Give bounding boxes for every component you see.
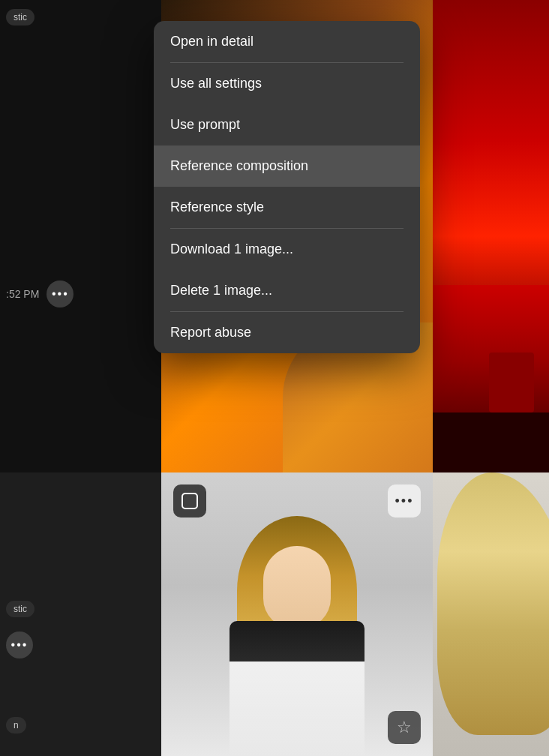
blonde-partial xyxy=(433,472,549,756)
menu-item-reference-composition[interactable]: Reference composition xyxy=(154,146,420,187)
image-overlay: ••• ☆ xyxy=(161,472,433,756)
timestamp-row: :52 PM ••• xyxy=(6,280,74,308)
red-room-bg xyxy=(433,285,549,472)
menu-item-report-abuse[interactable]: Report abuse xyxy=(154,312,420,353)
red-room-floor xyxy=(433,412,549,472)
menu-item-download-image[interactable]: Download 1 image... xyxy=(154,229,420,270)
cell-top-right xyxy=(433,0,549,472)
menu-item-use-all-settings[interactable]: Use all settings xyxy=(154,63,420,104)
top-left-dots-button[interactable]: ••• xyxy=(46,280,74,308)
tag-stic-top: stic xyxy=(6,9,34,26)
favorite-button[interactable]: ☆ xyxy=(388,711,421,744)
cell-bottom-left: ••• stic n xyxy=(0,472,161,756)
red-room-chair xyxy=(489,352,534,412)
blonde-hair xyxy=(437,472,550,735)
cell-bottom-center: ••• ☆ xyxy=(161,472,433,756)
menu-item-reference-style[interactable]: Reference style xyxy=(154,187,420,228)
tag-n: n xyxy=(6,717,26,734)
cell-bottom-right xyxy=(433,472,549,756)
cell-top-left: stic :52 PM ••• xyxy=(0,0,161,472)
select-button[interactable] xyxy=(173,484,206,518)
bottom-left-dots-button[interactable]: ••• xyxy=(6,632,33,658)
menu-item-use-prompt[interactable]: Use prompt xyxy=(154,104,420,146)
menu-item-delete-image[interactable]: Delete 1 image... xyxy=(154,270,420,311)
more-options-button[interactable]: ••• xyxy=(388,484,421,518)
timestamp-row2: ••• xyxy=(6,632,33,658)
tag-stic-bottom: stic xyxy=(6,601,34,617)
context-menu: Open in detailUse all settingsUse prompt… xyxy=(154,21,420,353)
timestamp-text: :52 PM xyxy=(6,288,39,300)
select-icon xyxy=(182,493,198,509)
menu-item-open-detail[interactable]: Open in detail xyxy=(154,21,420,62)
